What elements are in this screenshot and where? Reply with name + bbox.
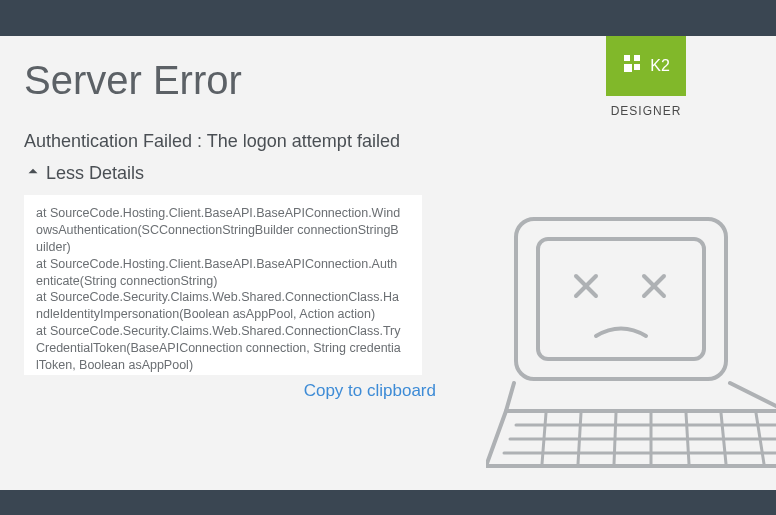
- svg-line-6: [506, 383, 514, 411]
- svg-line-12: [578, 413, 581, 464]
- brand-name: K2: [650, 57, 670, 75]
- k2-logo-icon: [622, 55, 644, 77]
- svg-line-7: [730, 383, 776, 411]
- error-message: Authentication Failed : The logon attemp…: [24, 131, 436, 152]
- app-top-bar: [0, 0, 776, 36]
- svg-rect-1: [538, 239, 704, 359]
- content-area: K2 DESIGNER Server Error Authentication …: [0, 36, 776, 490]
- copy-to-clipboard-link[interactable]: Copy to clipboard: [304, 381, 436, 400]
- chevron-up-icon: [24, 162, 42, 185]
- brand-badge: K2 DESIGNER: [606, 36, 686, 118]
- stack-trace[interactable]: at SourceCode.Hosting.Client.BaseAPI.Bas…: [24, 195, 422, 375]
- details-toggle[interactable]: Less Details: [24, 162, 436, 185]
- brand-logo: K2: [606, 36, 686, 96]
- details-toggle-label: Less Details: [46, 163, 144, 184]
- page-title: Server Error: [24, 58, 436, 103]
- brand-subtitle: DESIGNER: [606, 104, 686, 118]
- dead-computer-illustration: [486, 211, 776, 481]
- svg-line-15: [686, 413, 689, 464]
- svg-rect-0: [516, 219, 726, 379]
- app-bottom-bar: [0, 490, 776, 515]
- svg-line-11: [542, 413, 546, 464]
- svg-line-13: [614, 413, 616, 464]
